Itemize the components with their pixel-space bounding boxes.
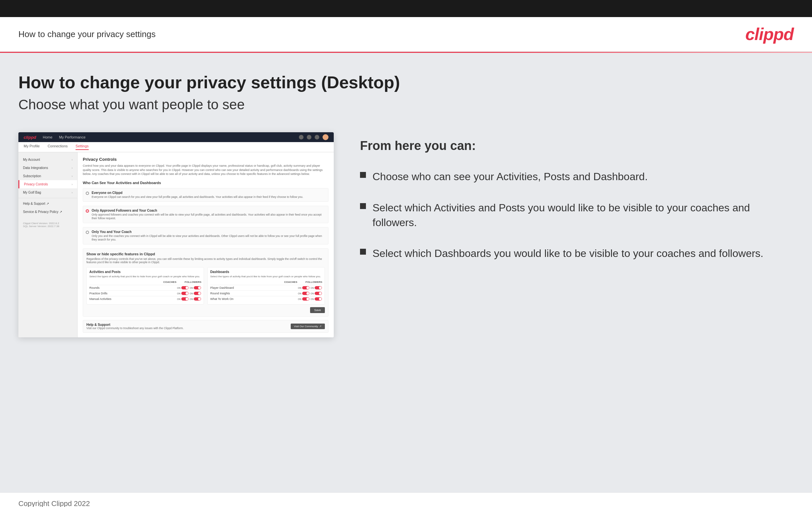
mock-round-insights-followers-toggle[interactable]: ON [311,292,322,295]
header-title: How to change your privacy settings [18,29,156,39]
bullet-text-3: Select which Dashboards you would like t… [372,246,763,261]
top-bar [0,0,812,17]
from-here-title: From here you can: [360,139,794,153]
mock-radio-everyone-label: Everyone on Clippd [92,191,303,194]
mock-drills-coaches-on: ON [177,292,181,295]
mock-radio-everyone-content: Everyone on Clippd Everyone on Clippd ca… [92,191,303,199]
mock-tab-settings: Settings [75,144,89,150]
mock-toggle-title: Show or hide specific features in Clippd [86,252,325,256]
mock-toggle-player-dash: Player Dashboard ON ON [210,285,322,290]
mock-manual-coaches-toggle[interactable]: ON [177,297,189,300]
mock-help-section: Help & Support Visit our Clippd communit… [83,320,328,333]
mock-toggle-manual: Manual Activities ON ON [89,296,201,301]
mock-round-insights-followers-pill [315,292,322,295]
mock-activities-coaches-label: COACHES [162,281,178,284]
mock-toggle-round-insights: Round Insights ON ON [210,290,322,296]
mock-what-to-work-toggles: ON ON [298,297,322,300]
screenshot-container: clippd Home My Performance My Profile Co… [18,132,334,337]
mock-toggle-drills: Practice Drills ON ON [89,290,201,296]
bullet-item-3: Select which Dashboards you would like t… [360,246,794,261]
footer: Copyright Clippd 2022 [0,493,812,507]
mock-round-insights-coaches-on: ON [298,292,302,295]
mock-radio-everyone-btn [86,192,89,195]
mock-radio-only-you-label: Only You and Your Coach [92,230,325,234]
mock-what-to-work-coaches-pill [302,297,309,300]
mock-player-dash-followers-toggle[interactable]: ON [311,286,322,289]
mock-radio-followers-content: Only Approved Followers and Your Coach O… [92,209,325,220]
mock-radio-everyone: Everyone on Clippd Everyone on Clippd ca… [83,188,328,202]
page-subheading: Choose what you want people to see [18,97,794,113]
mock-radio-only-you-desc: Only you and the coaches you connect wit… [92,234,325,241]
mock-dashboards-header: COACHES FOLLOWERS [210,281,322,284]
mock-external-link-icon: ↗ [319,325,321,328]
mock-what-to-work-followers-toggle[interactable]: ON [311,297,322,300]
bullet-square-1 [360,172,366,178]
mock-rounds-label: Rounds [89,286,177,289]
mock-radio-followers-label: Only Approved Followers and Your Coach [92,209,325,212]
mock-manual-followers-toggle[interactable]: ON [190,297,201,300]
mock-sidebar-help: Help & Support ↗ [18,200,77,208]
mock-player-dash-coaches-on: ON [298,287,302,289]
mock-sidebar-service: Service & Privacy Policy ↗ [18,208,77,216]
mock-sidebar-subscription: Subscription› [18,172,77,180]
mock-radio-only-you-btn [86,231,89,234]
mock-drills-followers-toggle[interactable]: ON [190,292,201,295]
bullet-list: Choose who can see your Activities, Post… [360,169,794,261]
header: How to change your privacy settings clip… [0,17,812,52]
mock-radio-followers-desc: Only approved followers and coaches you … [92,213,325,220]
mock-dashboards-title: Dashboards [210,270,322,274]
logo: clippd [745,24,794,44]
mock-nav-icons [299,134,328,140]
mock-what-to-work-label: What To Work On [210,297,298,300]
mock-sidebar-account: My Account› [18,156,77,164]
mock-rounds-followers-toggle[interactable]: ON [190,286,201,289]
mock-dashboards-panel: Dashboards Select the types of activity … [207,267,325,304]
mock-radio-followers: Only Approved Followers and Your Coach O… [83,206,328,223]
mock-dashboards-desc: Select the types of activity that you'd … [210,275,322,278]
mock-save-button[interactable]: Save [310,307,325,313]
mock-round-insights-followers-on: ON [311,292,314,295]
mock-who-can-see-title: Who Can See Your Activities and Dashboar… [83,181,328,185]
mock-help-title: Help & Support [86,323,184,327]
mock-tab-connections: Connections [48,144,68,150]
mock-toggle-desc: Regardless of the privacy controls that … [86,257,325,264]
mock-radio-only-you: Only You and Your Coach Only you and the… [83,227,328,244]
mock-nav-left: clippd Home My Performance [23,135,86,140]
mock-drills-toggles: ON ON [177,292,201,295]
mock-visit-community-button[interactable]: Visit Our Community ↗ [291,324,325,329]
mock-player-dash-label: Player Dashboard [210,286,298,289]
mock-activities-panel: Activities and Posts Select the types of… [86,267,204,304]
mock-sidebar-data: Data Integrations› [18,164,77,172]
mock-tab-profile: My Profile [23,144,40,150]
mock-what-to-work-coaches-toggle[interactable]: ON [298,297,309,300]
bullet-item-2: Select which Activities and Posts you wo… [360,201,794,230]
mock-visit-community-label: Visit Our Community [294,325,318,328]
mock-radio-everyone-desc: Everyone on Clippd can search for you an… [92,195,303,199]
two-col-layout: clippd Home My Performance My Profile Co… [18,132,794,337]
mock-activities-followers-label: FOLLOWERS [185,281,201,284]
mock-rounds-coaches-toggle[interactable]: ON [177,286,189,289]
mock-drills-followers-pill [194,292,201,295]
mock-drills-label: Practice Drills [89,292,177,295]
mock-radio-only-you-content: Only You and Your Coach Only you and the… [92,230,325,241]
mock-player-dash-coaches-toggle[interactable]: ON [298,286,309,289]
footer-copyright: Copyright Clippd 2022 [18,499,90,507]
mock-toggle-rounds: Rounds ON ON [89,285,201,290]
right-col: From here you can: Choose who can see yo… [360,132,794,261]
mock-round-insights-coaches-toggle[interactable]: ON [298,292,309,295]
mock-nav: Home My Performance [43,135,86,139]
mock-drills-coaches-toggle[interactable]: ON [177,292,189,295]
mock-nav-performance: My Performance [59,135,86,139]
mock-version: Clippd Client Version: 2022.8.2SQL Serve… [18,219,77,230]
mock-manual-coaches-on: ON [177,298,181,300]
mock-two-panels: Activities and Posts Select the types of… [86,267,325,304]
mock-rounds-followers-on: ON [190,287,194,289]
mock-manual-toggles: ON ON [177,297,201,300]
mock-main-panel: Privacy Controls Control how you and you… [78,152,334,337]
mock-player-dash-followers-pill [315,286,322,289]
mock-rounds-followers-pill [194,286,201,289]
bullet-square-2 [360,203,366,209]
mock-dashboards-coaches-label: COACHES [283,281,299,284]
mock-drills-followers-on: ON [190,292,194,295]
mock-sidebar-golfbag: My Golf Bag› [18,188,77,196]
